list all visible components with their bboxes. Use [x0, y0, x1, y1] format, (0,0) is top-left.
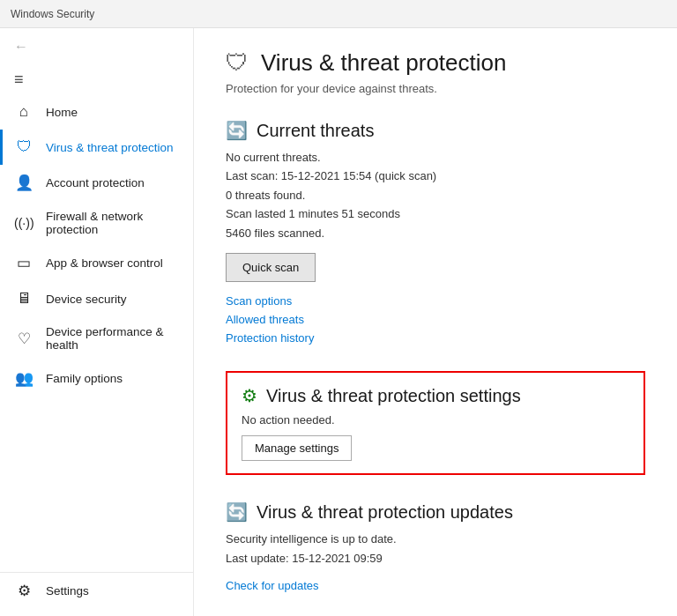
no-action-text: No action needed.: [242, 413, 629, 427]
page-header: 🛡 Virus & threat protection: [226, 49, 645, 77]
main-content: 🛡 Virus & threat protection Protection f…: [194, 28, 677, 616]
settings-icon: ⚙: [14, 582, 33, 600]
threats-line-1: No current threats.: [226, 148, 645, 167]
sidebar-item-virus-label: Virus & threat protection: [46, 141, 174, 154]
sidebar-item-account-label: Account protection: [46, 176, 145, 189]
check-updates-link[interactable]: Check for updates: [226, 579, 319, 592]
updates-line-2: Last update: 15-12-2021 09:59: [226, 549, 645, 568]
computer-icon: 🖥: [14, 290, 33, 308]
back-icon: ←: [14, 39, 28, 54]
threats-line-5: 5460 files scanned.: [226, 224, 645, 242]
sidebar-item-family-label: Family options: [46, 372, 123, 385]
sidebar-footer-settings[interactable]: ⚙ Settings: [0, 572, 193, 609]
sidebar-item-home-label: Home: [46, 106, 78, 119]
threats-line-3: 0 threats found.: [226, 186, 645, 204]
protection-settings-header: ⚙ Virus & threat protection settings: [242, 385, 629, 406]
current-threats-icon: 🔄: [226, 120, 248, 141]
protection-updates-title: Virus & threat protection updates: [257, 502, 513, 523]
protection-updates-section: 🔄 Virus & threat protection updates Secu…: [226, 501, 645, 592]
settings-gear-icon: ⚙: [242, 385, 257, 406]
sidebar-item-home[interactable]: ⌂ Home: [0, 94, 193, 130]
updates-icon: 🔄: [226, 501, 248, 523]
page-title: Virus & threat protection: [261, 49, 506, 77]
app-name: Windows Security: [11, 8, 94, 20]
sidebar-top: ←: [0, 28, 193, 62]
protection-settings-section: ⚙ Virus & threat protection settings No …: [226, 371, 645, 475]
hamburger-menu[interactable]: ≡: [0, 62, 193, 94]
family-icon: 👥: [14, 369, 33, 388]
current-threats-header: 🔄 Current threats: [226, 120, 645, 141]
current-threats-section: 🔄 Current threats No current threats. La…: [226, 120, 645, 345]
home-icon: ⌂: [14, 103, 33, 121]
sidebar-item-firewall[interactable]: ((·)) Firewall & network protection: [0, 201, 193, 245]
protection-history-link[interactable]: Protection history: [226, 331, 645, 345]
sidebar-navigation: ⌂ Home 🛡 Virus & threat protection 👤 Acc…: [0, 94, 193, 572]
protection-settings-title: Virus & threat protection settings: [266, 386, 521, 406]
sidebar-item-device-security[interactable]: 🖥 Device security: [0, 281, 193, 316]
page-subtitle: Protection for your device against threa…: [226, 82, 645, 95]
sidebar-item-firewall-label: Firewall & network protection: [46, 210, 179, 236]
manage-settings-button[interactable]: Manage settings: [242, 435, 352, 461]
back-button[interactable]: ←: [11, 37, 32, 56]
threats-line-2: Last scan: 15-12-2021 15:54 (quick scan): [226, 167, 645, 185]
sidebar-settings-label: Settings: [46, 584, 89, 597]
updates-info: Security intelligence is up to date. Las…: [226, 530, 645, 568]
person-icon: 👤: [14, 174, 33, 192]
sidebar-item-virus-threat[interactable]: 🛡 Virus & threat protection: [0, 130, 193, 165]
sidebar-item-app-label: App & browser control: [46, 256, 163, 270]
protection-updates-header: 🔄 Virus & threat protection updates: [226, 501, 645, 523]
scan-options-link[interactable]: Scan options: [226, 294, 645, 308]
shield-icon: 🛡: [14, 138, 33, 156]
sidebar-item-device-label: Device security: [46, 293, 127, 306]
current-threats-info: No current threats. Last scan: 15-12-202…: [226, 148, 645, 242]
sidebar-item-account-protection[interactable]: 👤 Account protection: [0, 165, 193, 201]
allowed-threats-link[interactable]: Allowed threats: [226, 313, 645, 326]
page-shield-icon: 🛡: [226, 49, 249, 77]
browser-icon: ▭: [14, 254, 33, 272]
sidebar-item-device-performance[interactable]: ♡ Device performance & health: [0, 316, 193, 360]
threats-links: Scan options Allowed threats Protection …: [226, 294, 645, 345]
app-body: ← ≡ ⌂ Home 🛡 Virus & threat protection 👤…: [0, 28, 677, 616]
sidebar-item-app-browser[interactable]: ▭ App & browser control: [0, 245, 193, 281]
threats-line-4: Scan lasted 1 minutes 51 seconds: [226, 204, 645, 223]
sidebar: ← ≡ ⌂ Home 🛡 Virus & threat protection 👤…: [0, 28, 194, 616]
heart-icon: ♡: [14, 330, 33, 348]
network-icon: ((·)): [14, 216, 33, 230]
current-threats-title: Current threats: [257, 121, 374, 141]
sidebar-item-performance-label: Device performance & health: [46, 325, 179, 352]
updates-line-1: Security intelligence is up to date.: [226, 530, 645, 548]
quick-scan-button[interactable]: Quick scan: [226, 253, 316, 282]
title-bar: Windows Security: [0, 0, 677, 28]
sidebar-item-family[interactable]: 👥 Family options: [0, 360, 193, 397]
